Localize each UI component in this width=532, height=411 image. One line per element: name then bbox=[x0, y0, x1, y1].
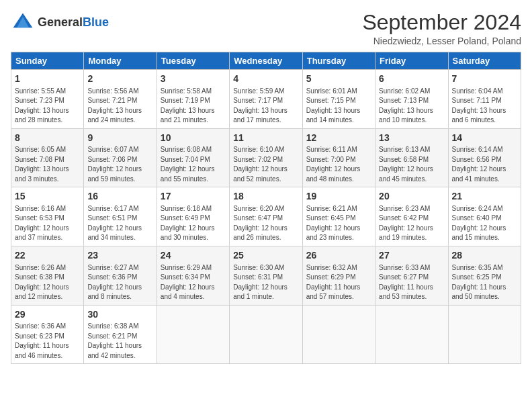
day-info: Sunrise: 6:30 AMSunset: 6:31 PMDaylight:… bbox=[233, 263, 298, 302]
day-info: Sunrise: 6:07 AMSunset: 7:06 PMDaylight:… bbox=[87, 145, 152, 184]
calendar-cell: 8Sunrise: 6:05 AMSunset: 7:08 PMDaylight… bbox=[11, 128, 84, 187]
calendar-cell bbox=[157, 305, 229, 364]
col-thursday: Thursday bbox=[302, 52, 375, 70]
day-info: Sunrise: 6:18 AMSunset: 6:49 PMDaylight:… bbox=[161, 204, 226, 243]
calendar-cell: 7Sunrise: 6:04 AMSunset: 7:11 PMDaylight… bbox=[448, 70, 521, 129]
day-number: 18 bbox=[233, 190, 298, 203]
day-number: 3 bbox=[161, 73, 226, 86]
day-info: Sunrise: 5:55 AMSunset: 7:23 PMDaylight:… bbox=[15, 87, 80, 126]
calendar-row: 1Sunrise: 5:55 AMSunset: 7:23 PMDaylight… bbox=[11, 70, 521, 129]
day-info: Sunrise: 6:05 AMSunset: 7:08 PMDaylight:… bbox=[15, 145, 80, 184]
day-info: Sunrise: 6:02 AMSunset: 7:13 PMDaylight:… bbox=[379, 87, 444, 126]
col-friday: Friday bbox=[375, 52, 448, 70]
day-info: Sunrise: 6:04 AMSunset: 7:11 PMDaylight:… bbox=[452, 87, 517, 126]
calendar-cell: 4Sunrise: 5:59 AMSunset: 7:17 PMDaylight… bbox=[230, 70, 302, 129]
day-number: 20 bbox=[379, 190, 444, 203]
day-number: 19 bbox=[306, 190, 371, 203]
day-number: 12 bbox=[306, 132, 371, 145]
calendar-cell: 9Sunrise: 6:07 AMSunset: 7:06 PMDaylight… bbox=[84, 128, 157, 187]
day-info: Sunrise: 6:35 AMSunset: 6:25 PMDaylight:… bbox=[452, 263, 517, 302]
header-row: Sunday Monday Tuesday Wednesday Thursday… bbox=[11, 52, 521, 70]
calendar-cell: 22Sunrise: 6:26 AMSunset: 6:38 PMDayligh… bbox=[11, 246, 84, 305]
logo-blue: Blue bbox=[83, 15, 109, 29]
day-number: 1 bbox=[15, 73, 80, 86]
day-number: 16 bbox=[87, 190, 152, 203]
day-number: 22 bbox=[15, 249, 80, 263]
calendar-cell: 19Sunrise: 6:21 AMSunset: 6:45 PMDayligh… bbox=[302, 187, 375, 246]
calendar-cell bbox=[448, 305, 521, 364]
calendar-cell: 27Sunrise: 6:33 AMSunset: 6:27 PMDayligh… bbox=[375, 246, 448, 305]
day-info: Sunrise: 6:23 AMSunset: 6:42 PMDaylight:… bbox=[379, 204, 444, 243]
calendar-cell: 15Sunrise: 6:16 AMSunset: 6:53 PMDayligh… bbox=[11, 187, 84, 246]
calendar-body: 1Sunrise: 5:55 AMSunset: 7:23 PMDaylight… bbox=[11, 70, 521, 364]
calendar-cell: 16Sunrise: 6:17 AMSunset: 6:51 PMDayligh… bbox=[84, 187, 157, 246]
calendar-cell: 28Sunrise: 6:35 AMSunset: 6:25 PMDayligh… bbox=[448, 246, 521, 305]
day-number: 29 bbox=[15, 308, 80, 322]
calendar-cell: 21Sunrise: 6:24 AMSunset: 6:40 PMDayligh… bbox=[448, 187, 521, 246]
logo-icon bbox=[11, 11, 35, 35]
header: GeneralBlue September 2024 Niedzwiedz, L… bbox=[11, 11, 521, 46]
day-number: 25 bbox=[233, 249, 298, 263]
col-tuesday: Tuesday bbox=[157, 52, 229, 70]
calendar-cell: 13Sunrise: 6:13 AMSunset: 6:58 PMDayligh… bbox=[375, 128, 448, 187]
day-number: 17 bbox=[161, 190, 226, 203]
day-number: 10 bbox=[161, 132, 226, 145]
calendar-row: 29Sunrise: 6:36 AMSunset: 6:23 PMDayligh… bbox=[11, 305, 521, 364]
calendar-cell: 29Sunrise: 6:36 AMSunset: 6:23 PMDayligh… bbox=[11, 305, 84, 364]
day-info: Sunrise: 6:11 AMSunset: 7:00 PMDaylight:… bbox=[306, 145, 371, 184]
day-info: Sunrise: 6:01 AMSunset: 7:15 PMDaylight:… bbox=[306, 87, 371, 126]
calendar-cell: 26Sunrise: 6:32 AMSunset: 6:29 PMDayligh… bbox=[302, 246, 375, 305]
day-number: 4 bbox=[233, 73, 298, 86]
calendar-cell bbox=[302, 305, 375, 364]
calendar-cell: 10Sunrise: 6:08 AMSunset: 7:04 PMDayligh… bbox=[157, 128, 229, 187]
day-number: 13 bbox=[379, 132, 444, 145]
calendar-cell: 11Sunrise: 6:10 AMSunset: 7:02 PMDayligh… bbox=[230, 128, 302, 187]
calendar-cell: 23Sunrise: 6:27 AMSunset: 6:36 PMDayligh… bbox=[84, 246, 157, 305]
calendar-cell: 5Sunrise: 6:01 AMSunset: 7:15 PMDaylight… bbox=[302, 70, 375, 129]
day-info: Sunrise: 6:08 AMSunset: 7:04 PMDaylight:… bbox=[161, 145, 226, 184]
calendar-cell: 18Sunrise: 6:20 AMSunset: 6:47 PMDayligh… bbox=[230, 187, 302, 246]
calendar-table: Sunday Monday Tuesday Wednesday Thursday… bbox=[11, 52, 521, 364]
day-info: Sunrise: 6:27 AMSunset: 6:36 PMDaylight:… bbox=[87, 263, 152, 302]
day-number: 23 bbox=[87, 249, 152, 263]
day-info: Sunrise: 6:33 AMSunset: 6:27 PMDaylight:… bbox=[379, 263, 444, 302]
col-monday: Monday bbox=[84, 52, 157, 70]
page: GeneralBlue September 2024 Niedzwiedz, L… bbox=[0, 0, 532, 411]
calendar-cell: 2Sunrise: 5:56 AMSunset: 7:21 PMDaylight… bbox=[84, 70, 157, 129]
col-saturday: Saturday bbox=[448, 52, 521, 70]
day-info: Sunrise: 6:32 AMSunset: 6:29 PMDaylight:… bbox=[306, 263, 371, 302]
calendar-cell: 6Sunrise: 6:02 AMSunset: 7:13 PMDaylight… bbox=[375, 70, 448, 129]
logo: GeneralBlue bbox=[11, 11, 109, 35]
day-info: Sunrise: 5:58 AMSunset: 7:19 PMDaylight:… bbox=[161, 87, 226, 126]
day-info: Sunrise: 6:14 AMSunset: 6:56 PMDaylight:… bbox=[452, 145, 517, 184]
day-number: 14 bbox=[452, 132, 517, 145]
calendar-cell: 25Sunrise: 6:30 AMSunset: 6:31 PMDayligh… bbox=[230, 246, 302, 305]
calendar-subtitle: Niedzwiedz, Lesser Poland, Poland bbox=[362, 36, 521, 46]
day-info: Sunrise: 6:26 AMSunset: 6:38 PMDaylight:… bbox=[15, 263, 80, 302]
day-number: 15 bbox=[15, 190, 80, 203]
day-info: Sunrise: 6:24 AMSunset: 6:40 PMDaylight:… bbox=[452, 204, 517, 243]
logo-general: General bbox=[38, 15, 83, 29]
calendar-cell: 12Sunrise: 6:11 AMSunset: 7:00 PMDayligh… bbox=[302, 128, 375, 187]
calendar-cell bbox=[230, 305, 302, 364]
day-number: 8 bbox=[15, 132, 80, 145]
calendar-title: September 2024 bbox=[362, 11, 521, 34]
calendar-row: 22Sunrise: 6:26 AMSunset: 6:38 PMDayligh… bbox=[11, 246, 521, 305]
day-number: 7 bbox=[452, 73, 517, 86]
calendar-cell bbox=[375, 305, 448, 364]
day-info: Sunrise: 6:36 AMSunset: 6:23 PMDaylight:… bbox=[15, 322, 80, 361]
day-number: 5 bbox=[306, 73, 371, 86]
day-info: Sunrise: 6:10 AMSunset: 7:02 PMDaylight:… bbox=[233, 145, 298, 184]
day-number: 24 bbox=[161, 249, 226, 263]
title-block: September 2024 Niedzwiedz, Lesser Poland… bbox=[362, 11, 521, 46]
day-number: 28 bbox=[452, 249, 517, 263]
day-number: 27 bbox=[379, 249, 444, 263]
day-info: Sunrise: 5:56 AMSunset: 7:21 PMDaylight:… bbox=[87, 87, 152, 126]
calendar-cell: 20Sunrise: 6:23 AMSunset: 6:42 PMDayligh… bbox=[375, 187, 448, 246]
day-info: Sunrise: 6:38 AMSunset: 6:21 PMDaylight:… bbox=[87, 322, 152, 361]
day-number: 26 bbox=[306, 249, 371, 263]
col-wednesday: Wednesday bbox=[230, 52, 302, 70]
day-info: Sunrise: 6:20 AMSunset: 6:47 PMDaylight:… bbox=[233, 204, 298, 243]
day-number: 11 bbox=[233, 132, 298, 145]
day-info: Sunrise: 6:16 AMSunset: 6:53 PMDaylight:… bbox=[15, 204, 80, 243]
